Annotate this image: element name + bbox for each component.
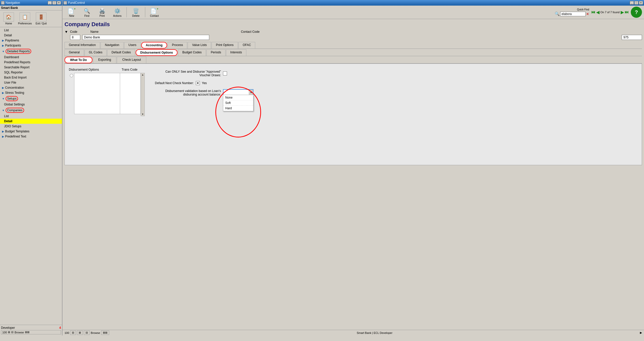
nav-item-jdio-setups[interactable]: JDIO Setups <box>0 124 62 129</box>
disburse-right: Can ONLY See and Disburse "Approved" Vou… <box>155 68 253 96</box>
tab-value-lists[interactable]: Value Lists <box>188 42 211 49</box>
name-input[interactable] <box>82 35 209 40</box>
companies-circle: Companies <box>6 108 24 113</box>
contact-input[interactable] <box>622 35 642 40</box>
nav-close-btn[interactable]: ✕ <box>57 1 61 5</box>
home-label: Home <box>5 22 12 25</box>
nav-item-detail-top[interactable]: Detail <box>0 33 62 38</box>
prev-record-btn[interactable]: ◀ <box>596 10 599 15</box>
actions-label: Actions <box>113 14 122 17</box>
vertical-scrollbar[interactable]: ▲ ▼ <box>141 73 145 116</box>
main-tabs: General Information Navigation Users Acc… <box>65 42 642 49</box>
nav-item-paydowns[interactable]: ▶Paydowns <box>0 38 62 43</box>
status-mode: Browse <box>91 331 100 334</box>
nav-grid-icon: ⊞⊞ <box>25 331 29 334</box>
code-input[interactable] <box>70 35 80 40</box>
nav-window-icon <box>1 1 5 5</box>
dropdown-arrow-btn[interactable]: ▼ <box>249 90 253 95</box>
scroll-down-btn[interactable]: ▼ <box>141 113 144 116</box>
validation-row: Disbursement validation based on Loan's … <box>155 89 253 96</box>
subtab-interests[interactable]: Interests <box>226 49 246 56</box>
first-record-btn[interactable]: ⏮ <box>591 10 595 14</box>
disbursement-options-textarea[interactable] <box>74 73 120 114</box>
scroll-up-btn[interactable]: ▲ <box>141 73 144 76</box>
subtab-general[interactable]: General <box>65 49 84 56</box>
nav-item-predefined-reports[interactable]: Predefined Reports <box>0 60 62 65</box>
new-button[interactable]: 📄+ New <box>65 7 79 18</box>
nav-minimize-btn[interactable]: _ <box>48 1 52 5</box>
subtab-default-codes[interactable]: Default Codes <box>107 49 135 56</box>
tab-navigation[interactable]: Navigation <box>101 42 124 49</box>
inner-tab-what-to-do[interactable]: What To Do <box>65 57 92 63</box>
help-button[interactable]: ? <box>631 7 642 18</box>
nav-item-detailed-reports[interactable]: ▼ Detailed Reports <box>0 48 62 55</box>
nav-item-setups[interactable]: ▼ Setups <box>0 95 62 102</box>
find-button[interactable]: 🔍 Find <box>80 7 94 18</box>
subtab-gl-codes[interactable]: GL Codes <box>85 49 107 56</box>
inner-tabs: What To Do Exporting Check Layout <box>65 57 642 64</box>
nav-item-list[interactable]: List <box>0 114 62 119</box>
nav-item-back-end-import[interactable]: Back End Import <box>0 75 62 80</box>
nav-item-sql-reporter[interactable]: SQL Reporter <box>0 70 62 75</box>
expand-arrow[interactable]: ▼ <box>65 30 68 34</box>
status-btn-3[interactable]: ⊟ <box>84 331 90 335</box>
next-record-btn[interactable]: ▶ <box>621 10 624 15</box>
print-button[interactable]: 🖨️ Print <box>95 7 109 18</box>
nav-item-global-settings[interactable]: Global Settings <box>0 102 62 107</box>
tab-ofac[interactable]: OFAC <box>238 42 255 49</box>
delete-button[interactable]: 🗑️ Delete <box>129 7 143 18</box>
nav-item-budget-templates[interactable]: ▶Budget Templates <box>0 129 62 134</box>
check-number-row: Default Next Check Number: ✕ Yes <box>155 81 253 85</box>
subtab-periods[interactable]: Periods <box>206 49 226 56</box>
nav-item-list-top[interactable]: List <box>0 28 62 33</box>
subtab-budget-codes[interactable]: Budget Codes <box>178 49 206 56</box>
nav-icons-row: 🏠 Home 📋 Preferences 🚪 Exit / Quit <box>0 10 62 27</box>
nav-item-predefined-text[interactable]: ▶Predefined Text <box>0 134 62 139</box>
nav-item-participants[interactable]: ▶Participants <box>0 43 62 48</box>
nav-item-stress-testing[interactable]: ▶Stress Testing <box>0 90 62 95</box>
nav-preferences-button[interactable]: 📋 Preferences <box>17 12 33 25</box>
contact-code-label-right <box>103 30 239 34</box>
main-maximize-btn[interactable]: □ <box>634 1 638 5</box>
nav-home-button[interactable]: 🏠 Home <box>1 12 16 25</box>
nav-exit-button[interactable]: 🚪 Exit / Quit <box>34 12 49 25</box>
status-btn-4[interactable]: ⊞⊞ <box>101 331 109 335</box>
nav-item-detail[interactable]: Detail <box>0 119 62 124</box>
voucher-checkbox[interactable] <box>223 71 227 75</box>
quick-find-input[interactable] <box>560 12 586 16</box>
tab-accounting[interactable]: Accounting <box>141 42 167 49</box>
nav-item-searchable-report[interactable]: Searchable Report <box>0 65 62 70</box>
nav-item-dashboard[interactable]: Dashboard <box>0 55 62 60</box>
main-minimize-btn[interactable]: _ <box>630 1 634 5</box>
check-number-checkbox[interactable]: ✕ <box>196 81 200 85</box>
tab-process[interactable]: Process <box>168 42 187 49</box>
clear-icon[interactable]: ✕ <box>586 12 589 16</box>
status-btn-2[interactable]: ⊞ <box>77 331 83 335</box>
smart-bank-label: Smart Bank <box>0 6 62 10</box>
nav-maximize-btn[interactable]: □ <box>52 1 56 5</box>
inner-tab-check-layout[interactable]: Check Layout <box>117 57 146 63</box>
dropdown-option-hard[interactable]: Hard <box>223 106 253 111</box>
inner-tab-exporting[interactable]: Exporting <box>93 57 117 63</box>
status-btn-1[interactable]: ⊟ <box>70 331 76 335</box>
disbursement-radio[interactable] <box>70 74 73 77</box>
tab-users[interactable]: Users <box>124 42 141 49</box>
subtab-disbursement-options[interactable]: Disbursement Options <box>136 49 178 56</box>
tab-general-information[interactable]: General Information <box>65 42 100 49</box>
nav-item-user-file[interactable]: User File <box>0 80 62 85</box>
horizontal-scroll-btn[interactable]: ▶ <box>640 331 642 334</box>
tab-print-options[interactable]: Print Options <box>212 42 238 49</box>
dropdown-option-soft[interactable]: Soft <box>223 100 253 106</box>
actions-button[interactable]: ⚙️ Actions <box>110 7 124 18</box>
trans-code-textarea[interactable] <box>120 73 140 114</box>
last-record-btn[interactable]: ⏭ <box>625 10 629 14</box>
status-right-text: Smart Bank | ECL Developer <box>357 331 393 334</box>
nav-item-concentration[interactable]: ▶Concentration <box>0 85 62 90</box>
disbursement-section: Disbursement Options Trans Code <box>69 68 638 116</box>
main-close-btn[interactable]: ✕ <box>639 1 643 5</box>
main-panel: FundControl _ □ ✕ 📄+ New 🔍 Find 🖨️ Print <box>62 0 644 335</box>
dropdown-input[interactable] <box>223 90 249 95</box>
nav-item-companies[interactable]: ▼ Companies <box>0 107 62 114</box>
dropdown-option-none[interactable]: None <box>223 95 253 100</box>
contact-button[interactable]: 📄+ Contact <box>147 7 162 18</box>
